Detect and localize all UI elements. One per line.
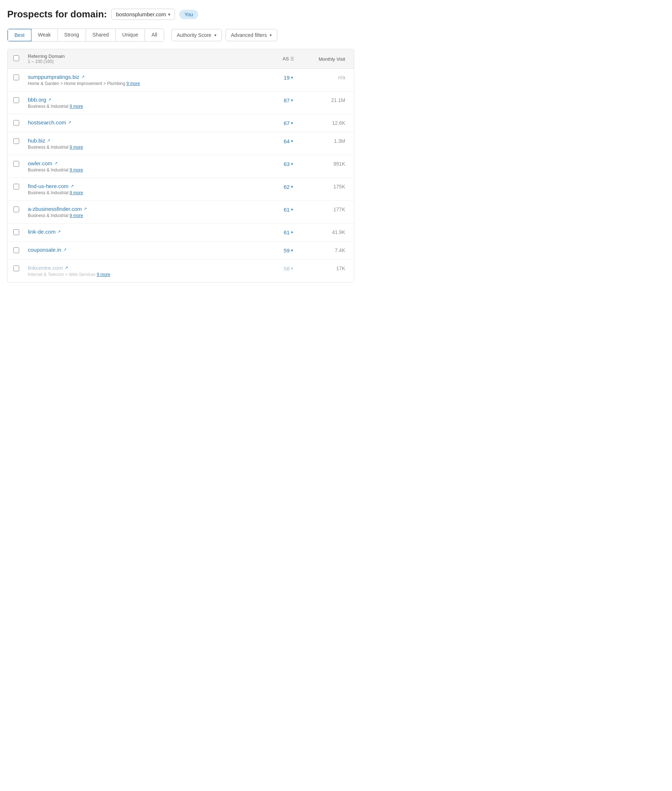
domain-link[interactable]: owler.com ↗ — [28, 160, 58, 166]
domain-link[interactable]: a-zbusinessfinder.com ↗ — [28, 206, 87, 212]
tab-best[interactable]: Best — [7, 29, 32, 42]
page-title: Prospects for domain: — [7, 9, 107, 20]
authority-score-label: Authority Score — [177, 32, 211, 38]
domain-name: hostsearch.com — [28, 119, 66, 125]
chevron-down-icon[interactable]: ▾ — [291, 75, 293, 80]
table-row: sumppumpratings.biz ↗ Home & Garden > Ho… — [8, 69, 354, 91]
authority-score-value: 61 — [284, 229, 290, 236]
row-visits-col: 41.9K — [305, 229, 348, 235]
table-row: find-us-here.com ↗ Business & Industrial… — [8, 178, 354, 201]
domain-link[interactable]: sumppumpratings.biz ↗ — [28, 74, 85, 80]
more-categories-link[interactable]: 9 more — [126, 81, 140, 86]
domain-categories: Business & Industrial 9 more — [28, 167, 272, 173]
chevron-down-icon[interactable]: ▾ — [291, 98, 293, 103]
more-categories-link[interactable]: 9 more — [69, 145, 83, 150]
row-visits-col: 7.4K — [305, 247, 348, 253]
chevron-down-icon[interactable]: ▾ — [291, 121, 293, 125]
chevron-down-icon[interactable]: ▾ — [291, 266, 293, 271]
tab-shared[interactable]: Shared — [86, 29, 116, 41]
row-checkbox-col — [13, 119, 28, 127]
row-checkbox[interactable] — [13, 207, 19, 212]
more-categories-link[interactable]: 9 more — [69, 167, 83, 173]
row-as-col: 19 ▾ — [272, 74, 305, 81]
external-link-icon: ↗ — [48, 97, 51, 102]
chevron-down-icon[interactable]: ▾ — [291, 185, 293, 189]
domain-name: couponsale.in — [28, 247, 61, 253]
domain-link[interactable]: linkcentre.com ↗ — [28, 265, 68, 271]
row-checkbox[interactable] — [13, 247, 19, 253]
domain-selector-button[interactable]: bostonsplumber.com ▾ — [111, 9, 175, 20]
row-as-col: 58 ▾ — [272, 265, 305, 272]
row-checkbox-col — [13, 160, 28, 168]
prospects-table: Referring Domain 1 – 100 (160) AS ☰ Mont… — [7, 49, 354, 282]
table-row: couponsale.in ↗ 59 ▾ 7.4K — [8, 242, 354, 260]
row-domain-col: sumppumpratings.biz ↗ Home & Garden > Ho… — [28, 74, 272, 86]
tab-unique[interactable]: Unique — [116, 29, 145, 41]
domain-link[interactable]: couponsale.in ↗ — [28, 247, 67, 253]
row-checkbox[interactable] — [13, 97, 19, 103]
filter-dropdowns: Authority Score ▾ Advanced filters ▾ — [171, 29, 277, 41]
row-as-col: 61 ▾ — [272, 229, 305, 236]
domain-link[interactable]: hub.biz ↗ — [28, 138, 50, 144]
chevron-down-icon: ▾ — [270, 33, 272, 38]
header-visits-col: Monthly Visit — [305, 56, 348, 62]
domain-link[interactable]: hostsearch.com ↗ — [28, 119, 71, 125]
tab-strong[interactable]: Strong — [58, 29, 86, 41]
external-link-icon: ↗ — [70, 184, 74, 188]
visits-col-header: Monthly Visit — [319, 56, 345, 62]
domain-categories: Business & Industrial 9 more — [28, 145, 272, 150]
tab-weak[interactable]: Weak — [32, 29, 58, 41]
domain-categories: Business & Industrial 9 more — [28, 190, 272, 195]
authority-score-value: 58 — [284, 265, 290, 272]
authority-score-filter[interactable]: Authority Score ▾ — [171, 29, 222, 41]
external-link-icon: ↗ — [63, 247, 67, 252]
row-visits-col: n/a — [305, 74, 348, 80]
chevron-down-icon[interactable]: ▾ — [291, 207, 293, 212]
row-visits-col: 1.3M — [305, 138, 348, 144]
authority-score-value: 62 — [284, 184, 290, 190]
page-container: Prospects for domain: bostonsplumber.com… — [0, 0, 362, 291]
table-row: hub.biz ↗ Business & Industrial 9 more 6… — [8, 132, 354, 155]
row-domain-col: hostsearch.com ↗ — [28, 119, 272, 125]
row-as-col: 63 ▾ — [272, 160, 305, 167]
row-checkbox[interactable] — [13, 184, 19, 189]
domain-link[interactable]: bbb.org ↗ — [28, 96, 51, 103]
row-checkbox-col — [13, 183, 28, 191]
row-checkbox[interactable] — [13, 74, 19, 80]
domain-link[interactable]: find-us-here.com ↗ — [28, 183, 74, 189]
row-checkbox[interactable] — [13, 120, 19, 126]
external-link-icon: ↗ — [82, 74, 85, 79]
chevron-down-icon[interactable]: ▾ — [291, 139, 293, 144]
row-checkbox-col — [13, 96, 28, 104]
authority-score-value: 67 — [284, 120, 290, 126]
more-categories-link[interactable]: 9 more — [69, 190, 83, 195]
more-categories-link[interactable]: 9 more — [69, 104, 83, 109]
row-checkbox[interactable] — [13, 265, 19, 271]
chevron-down-icon[interactable]: ▾ — [291, 162, 293, 166]
row-domain-col: couponsale.in ↗ — [28, 247, 272, 253]
row-visits-col: 177K — [305, 206, 348, 212]
row-checkbox-col — [13, 229, 28, 236]
advanced-filters-button[interactable]: Advanced filters ▾ — [226, 29, 278, 41]
row-checkbox[interactable] — [13, 138, 19, 144]
chevron-down-icon[interactable]: ▾ — [291, 230, 293, 235]
more-categories-link[interactable]: 9 more — [97, 272, 110, 277]
external-link-icon: ↗ — [58, 229, 61, 234]
row-checkbox[interactable] — [13, 229, 19, 235]
more-categories-link[interactable]: 9 more — [69, 213, 83, 218]
row-checkbox-col — [13, 138, 28, 145]
row-as-col: 62 ▾ — [272, 183, 305, 190]
external-link-icon: ↗ — [83, 207, 87, 211]
tab-all[interactable]: All — [145, 29, 164, 41]
row-checkbox[interactable] — [13, 161, 19, 167]
authority-score-value: 64 — [284, 138, 290, 144]
row-as-col: 67 ▾ — [272, 119, 305, 126]
authority-score-value: 59 — [284, 247, 290, 254]
authority-score-value: 19 — [284, 74, 290, 81]
domain-link[interactable]: link-de.com ↗ — [28, 229, 61, 235]
row-domain-col: a-zbusinessfinder.com ↗ Business & Indus… — [28, 206, 272, 218]
header-domain-col: Referring Domain 1 – 100 (160) — [28, 53, 272, 64]
chevron-down-icon[interactable]: ▾ — [291, 248, 293, 253]
select-all-checkbox[interactable] — [13, 55, 19, 61]
chevron-down-icon: ▾ — [214, 33, 216, 38]
